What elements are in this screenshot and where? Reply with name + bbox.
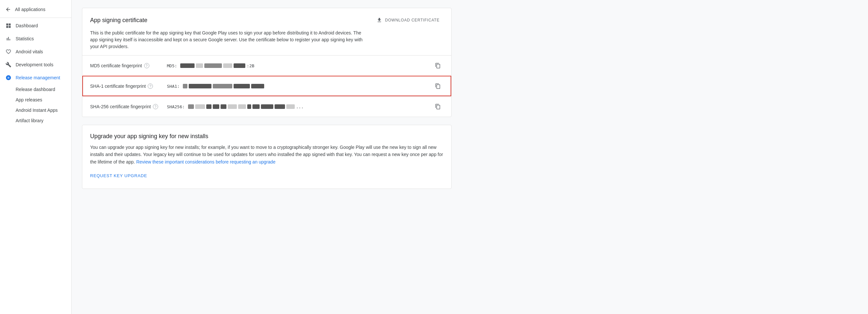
upgrade-description: You can upgrade your app signing key for… xyxy=(90,144,443,166)
card-title: App signing certificate xyxy=(90,17,147,24)
upgrade-considerations-link[interactable]: Review these important considerations be… xyxy=(136,159,276,165)
main-content: App signing certificate DOWNLOAD CERTIFI… xyxy=(71,0,868,314)
sidebar-item-statistics[interactable]: Statistics xyxy=(0,32,71,45)
sha1-label: SHA-1 certificate fingerprint ? xyxy=(90,83,162,89)
copy-icon-sha1 xyxy=(435,83,441,89)
sidebar-sub-item-release-dashboard[interactable]: Release dashboard xyxy=(0,84,71,95)
back-button[interactable]: All applications xyxy=(0,3,71,16)
signing-cert-description: This is the public certificate for the a… xyxy=(82,30,375,55)
signing-certificate-card: App signing certificate DOWNLOAD CERTIFI… xyxy=(82,8,452,117)
upgrade-section: Upgrade your app signing key for new ins… xyxy=(82,125,452,189)
copy-icon-sha256 xyxy=(435,104,441,109)
md5-label: MD5 certificate fingerprint ? xyxy=(90,63,162,68)
development-tools-icon xyxy=(5,62,12,68)
sha256-fingerprint-row: SHA-256 certificate fingerprint ? SHA256… xyxy=(82,96,451,117)
upgrade-title: Upgrade your app signing key for new ins… xyxy=(90,133,443,140)
request-key-upgrade-button[interactable]: REQUEST KEY UPGRADE xyxy=(90,171,147,181)
sha1-help-icon[interactable]: ? xyxy=(148,83,153,89)
card-header: App signing certificate DOWNLOAD CERTIFI… xyxy=(82,8,451,30)
sha1-segments xyxy=(183,84,264,89)
sidebar-sub-item-app-releases[interactable]: App releases xyxy=(0,95,71,105)
sidebar-item-release-management[interactable]: Release management xyxy=(0,71,71,84)
download-icon xyxy=(376,17,382,23)
sidebar-sub-label-android-instant-apps: Android Instant Apps xyxy=(16,108,58,113)
sha1-copy-button[interactable] xyxy=(432,81,443,92)
sidebar-sub-label-app-releases: App releases xyxy=(16,97,42,102)
sha1-fingerprint-row: SHA-1 certificate fingerprint ? SHA1: xyxy=(82,76,451,96)
md5-value: MD5: :2B xyxy=(167,63,427,68)
sha256-help-icon[interactable]: ? xyxy=(153,104,158,109)
sidebar-sub-item-artifact-library[interactable]: Artifact library xyxy=(0,115,71,126)
copy-icon xyxy=(435,63,441,69)
pulse-icon xyxy=(5,48,12,55)
sidebar: All applications Dashboard Statistics An… xyxy=(0,0,71,314)
bar-chart-icon xyxy=(5,35,12,42)
sidebar-item-dashboard[interactable]: Dashboard xyxy=(0,19,71,32)
sidebar-sub-label-release-dashboard: Release dashboard xyxy=(16,87,55,92)
sha256-label: SHA-256 certificate fingerprint ? xyxy=(90,104,162,109)
sidebar-divider-top xyxy=(0,18,71,18)
sha256-segments: ... xyxy=(188,104,304,109)
sha256-value: SHA256: ... xyxy=(167,104,427,109)
md5-help-icon[interactable]: ? xyxy=(144,63,149,68)
download-certificate-button[interactable]: DOWNLOAD CERTIFICATE xyxy=(373,14,443,26)
sidebar-sub-item-android-instant-apps[interactable]: Android Instant Apps xyxy=(0,105,71,115)
sidebar-sub-label-artifact-library: Artifact library xyxy=(16,118,43,123)
download-btn-label: DOWNLOAD CERTIFICATE xyxy=(385,18,439,23)
sidebar-label-android-vitals: Android vitals xyxy=(16,49,43,54)
back-label: All applications xyxy=(15,7,45,12)
sha1-value: SHA1: xyxy=(167,84,427,89)
grid-icon xyxy=(5,23,12,29)
sidebar-label-statistics: Statistics xyxy=(16,36,34,41)
md5-segments: :2B xyxy=(180,63,254,68)
sha256-copy-button[interactable] xyxy=(432,101,443,112)
sidebar-label-development-tools: Development tools xyxy=(16,62,53,67)
sidebar-label-release-management: Release management xyxy=(16,75,60,80)
arrow-back-icon xyxy=(5,6,11,12)
md5-fingerprint-row: MD5 certificate fingerprint ? MD5: :2B xyxy=(82,55,451,76)
md5-copy-button[interactable] xyxy=(432,60,443,71)
rocket-icon xyxy=(5,74,12,81)
sidebar-label-dashboard: Dashboard xyxy=(16,23,38,28)
sidebar-item-android-vitals[interactable]: Android vitals xyxy=(0,45,71,58)
sidebar-item-development-tools[interactable]: Development tools xyxy=(0,58,71,71)
